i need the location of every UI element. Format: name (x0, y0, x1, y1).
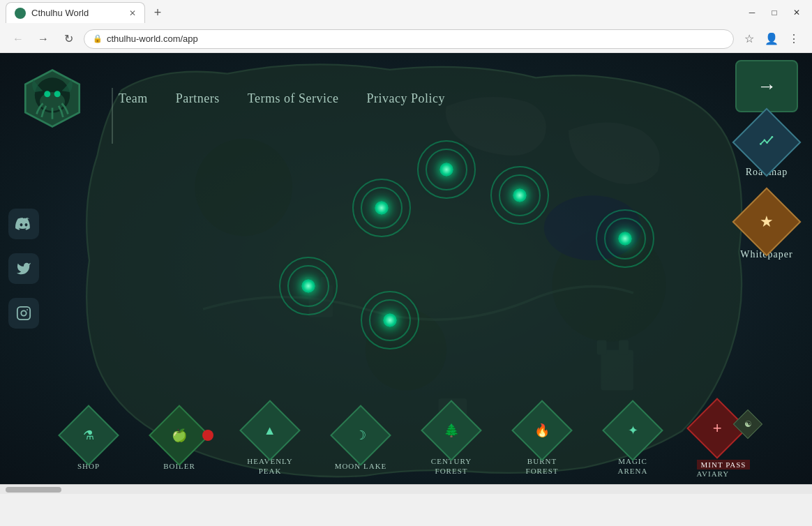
close-button[interactable]: ✕ (787, 3, 806, 22)
tab-close-button[interactable]: ✕ (129, 8, 136, 18)
svg-point-22 (772, 136, 774, 138)
scroll-thumb[interactable] (6, 487, 61, 493)
arrow-button[interactable]: → (735, 60, 798, 112)
app-area: Team Partners Terms of Service Privacy P… (0, 53, 812, 484)
instagram-button[interactable] (8, 298, 39, 329)
star-icon: ★ (760, 213, 774, 231)
browser-chrome: Cthulhu World ✕ + ─ □ ✕ ← → ↻ 🔒 cthulhu-… (0, 0, 812, 53)
nav-privacy[interactable]: Privacy Policy (366, 91, 445, 106)
address-bar[interactable]: 🔒 cthulhu-world.com/app (84, 29, 734, 49)
roadmap-icon (759, 133, 774, 152)
lock-icon: 🔒 (93, 34, 103, 43)
new-tab-button[interactable]: + (148, 3, 167, 22)
map-marker[interactable] (287, 265, 329, 307)
discord-button[interactable] (8, 209, 39, 239)
marker-dot (375, 201, 389, 215)
nav-actions: ☆ 👤 ⋮ (739, 29, 804, 49)
marker-dot (513, 188, 527, 202)
magic-icon: ✦ (628, 423, 638, 438)
location-mint-pass: + ☯ Mint Pass Aviary (678, 407, 769, 478)
peak-icon: ▲ (264, 423, 276, 437)
map-marker[interactable] (499, 174, 541, 216)
aviary-icon: ☯ (744, 419, 752, 429)
moon-icon: ☽ (355, 428, 366, 443)
nav-bar: ← → ↻ 🔒 cthulhu-world.com/app ☆ 👤 ⋮ (0, 25, 812, 53)
moon-lake-button[interactable]: ☽ (330, 405, 391, 466)
profile-button[interactable]: 👤 (762, 29, 781, 49)
location-century-forest: 🌲 CenturyForest (406, 409, 497, 476)
tab-favicon (15, 8, 26, 19)
social-icons (8, 209, 39, 329)
aviary-label: Aviary (697, 469, 730, 478)
location-boiler: 🍏 Boiler (134, 414, 225, 471)
nav-team[interactable]: Team (119, 91, 148, 106)
maximize-button[interactable]: □ (765, 3, 784, 22)
window-controls: ─ □ ✕ (742, 3, 806, 22)
svg-point-14 (44, 91, 50, 97)
location-magic-arena: ✦ MagicArena (587, 409, 678, 476)
boiler-badge (202, 430, 213, 441)
location-burnt-forest: 🔥 BurntForest (497, 409, 587, 476)
reload-button[interactable]: ↻ (59, 29, 78, 49)
marker-dot (618, 232, 632, 246)
marker-dot (383, 313, 397, 327)
discord-icon (15, 216, 32, 232)
shop-icon: ⚗ (83, 428, 94, 443)
bookmark-button[interactable]: ☆ (739, 29, 759, 49)
shop-button[interactable]: ⚗ (58, 405, 119, 466)
magic-arena-button[interactable]: ✦ (602, 400, 663, 461)
logo[interactable] (21, 67, 84, 130)
boiler-button[interactable]: 🍏 (149, 405, 210, 466)
boiler-icon: 🍏 (172, 428, 187, 443)
roadmap-button[interactable] (732, 108, 802, 177)
twitter-button[interactable] (8, 253, 39, 284)
plus-icon: + (713, 419, 722, 437)
nav-partners[interactable]: Partners (176, 91, 220, 106)
nav-divider (112, 88, 113, 144)
route-icon (759, 133, 774, 149)
instagram-icon (16, 306, 31, 321)
heavenly-peak-button[interactable]: ▲ (239, 400, 301, 461)
twitter-icon (16, 261, 31, 276)
browser-tab[interactable]: Cthulhu World ✕ (6, 2, 145, 23)
map-marker[interactable] (361, 187, 403, 229)
tab-title: Cthulhu World (31, 8, 89, 18)
back-button[interactable]: ← (8, 29, 28, 49)
whitepaper-section: ★ Whitepaper (740, 197, 792, 260)
marker-dot (439, 163, 453, 176)
map-marker[interactable] (369, 299, 411, 341)
logo-svg (21, 67, 84, 130)
arrow-icon: → (757, 75, 776, 98)
forward-button[interactable]: → (33, 29, 53, 49)
svg-point-18 (27, 309, 28, 310)
nav-tos[interactable]: Terms of Service (248, 91, 339, 106)
svg-point-15 (54, 91, 61, 97)
svg-point-17 (21, 310, 26, 315)
location-shop: ⚗ Shop (43, 414, 134, 471)
bottom-bar: ⚗ Shop 🍏 Boiler ▲ HeavenlyPeak ☽ Moon La… (0, 400, 812, 484)
map-marker[interactable] (426, 149, 467, 190)
scrollbar[interactable] (0, 484, 812, 494)
title-bar: Cthulhu World ✕ + ─ □ ✕ (0, 0, 812, 25)
map-marker[interactable] (604, 218, 646, 260)
mint-pass-label: Mint Pass (697, 460, 751, 469)
burnt-forest-button[interactable]: 🔥 (511, 400, 573, 461)
nav-menu: Team Partners Terms of Service Privacy P… (119, 91, 445, 106)
url-text: cthulhu-world.com/app (107, 33, 198, 44)
whitepaper-button[interactable]: ★ (732, 188, 801, 257)
svg-rect-16 (17, 307, 30, 320)
menu-button[interactable]: ⋮ (784, 29, 804, 49)
fire-icon: 🔥 (534, 423, 550, 438)
marker-dot (301, 279, 315, 293)
minimize-button[interactable]: ─ (742, 3, 762, 22)
century-forest-button[interactable]: 🌲 (421, 400, 482, 461)
location-heavenly-peak: ▲ HeavenlyPeak (225, 409, 315, 476)
forest-icon: 🌲 (444, 423, 459, 438)
location-moon-lake: ☽ Moon Lake (315, 414, 406, 471)
